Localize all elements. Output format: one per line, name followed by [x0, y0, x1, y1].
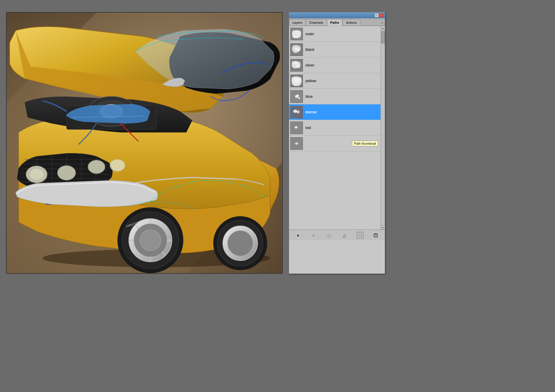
- panel-main: outer black: [289, 26, 381, 230]
- canvas-image: 1971SX CALIFORNIA: [6, 12, 283, 274]
- path-item-blue[interactable]: blue: [289, 89, 381, 104]
- path-thumbnail-yellow: [290, 75, 303, 87]
- path-item-yellow[interactable]: yellow: [289, 73, 381, 89]
- fill-path-button[interactable]: ●: [295, 232, 301, 239]
- path-thumbnail-tooltip-label: Path thumbnail: [352, 141, 378, 146]
- path-thumbnail-outer: [290, 28, 303, 40]
- path-item-outer[interactable]: outer: [289, 26, 381, 42]
- tab-paths[interactable]: Paths: [327, 19, 343, 26]
- canvas-area: 1971SX CALIFORNIA: [6, 12, 283, 274]
- path-item-silver[interactable]: silver: [289, 57, 381, 73]
- path-thumbnail-blue: [290, 90, 303, 103]
- panel-scrollbar[interactable]: ▲ ▼: [381, 26, 385, 230]
- stroke-path-button[interactable]: ○: [310, 232, 317, 239]
- path-thumbnail-tooltip: [290, 137, 303, 150]
- path-name-yellow: yellow: [305, 79, 316, 83]
- tab-layers[interactable]: Layers: [289, 19, 306, 26]
- path-thumbnail-mirror: [290, 106, 303, 119]
- new-path-button[interactable]: □: [357, 232, 363, 239]
- path-list: outer black: [289, 26, 381, 151]
- path-thumbnail-black: [290, 43, 303, 56]
- close-button[interactable]: ×: [379, 13, 384, 17]
- path-name-silver: silver: [305, 63, 314, 67]
- panel-body: outer black: [289, 26, 385, 230]
- tab-channels[interactable]: Channels: [306, 19, 326, 26]
- tab-actions[interactable]: Actions: [343, 19, 360, 26]
- svg-point-20: [29, 168, 44, 181]
- svg-point-22: [88, 160, 105, 174]
- path-item-tooltip[interactable]: Path thumbnail: [289, 136, 381, 151]
- path-name-red: red: [305, 125, 311, 130]
- svg-point-31: [140, 230, 161, 251]
- path-item-mirror[interactable]: mirror: [289, 104, 381, 120]
- scroll-thumb[interactable]: [381, 31, 385, 43]
- panel-titlebar: − ×: [289, 12, 385, 18]
- svg-rect-56: [375, 233, 377, 234]
- delete-path-button[interactable]: [372, 232, 379, 239]
- minimize-button[interactable]: −: [375, 13, 379, 17]
- panel-footer: ● ○ ◌ △ □: [289, 230, 385, 240]
- path-thumbnail-red: [290, 122, 303, 134]
- paths-panel: − × Layers Channels Paths Actions »: [289, 12, 385, 274]
- load-selection-button[interactable]: ◌: [326, 232, 332, 239]
- path-name-mirror: mirror: [305, 110, 317, 114]
- svg-point-44: [228, 231, 253, 256]
- svg-point-21: [57, 166, 76, 180]
- path-name-outer: outer: [305, 32, 314, 36]
- svg-point-23: [110, 159, 125, 171]
- path-name-black: black: [305, 47, 314, 52]
- svg-rect-54: [374, 234, 378, 237]
- panel-options-button[interactable]: »: [379, 20, 385, 26]
- scroll-up-button[interactable]: ▲: [381, 26, 385, 30]
- make-workpath-button[interactable]: △: [341, 232, 348, 239]
- scroll-down-button[interactable]: ▼: [381, 225, 385, 230]
- path-item-black[interactable]: black: [289, 42, 381, 57]
- path-name-blue: blue: [305, 94, 313, 99]
- car-illustration: 1971SX CALIFORNIA: [7, 13, 282, 273]
- panel-empty-area: [289, 151, 381, 230]
- panel-tabs: Layers Channels Paths Actions »: [289, 18, 385, 26]
- scroll-track[interactable]: [381, 30, 385, 225]
- path-item-red[interactable]: red: [289, 120, 381, 136]
- path-thumbnail-silver: [290, 59, 303, 72]
